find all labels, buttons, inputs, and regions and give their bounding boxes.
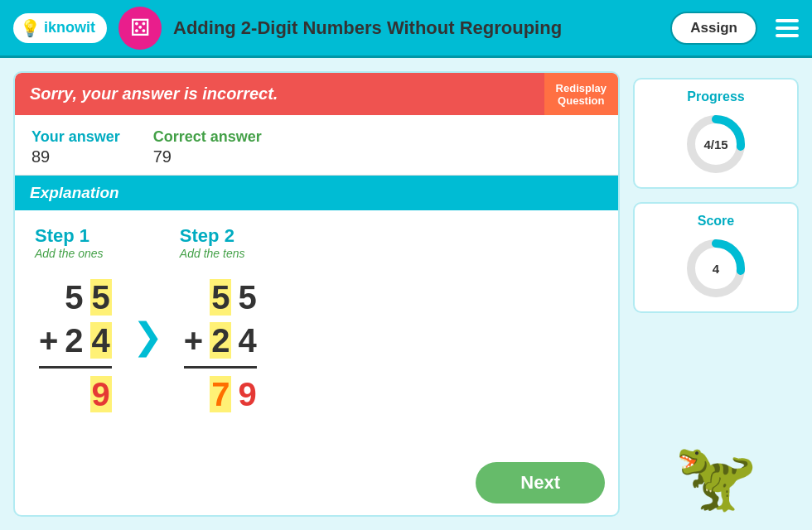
step2-bot-ones: 4 bbox=[235, 320, 259, 361]
menu-line-2 bbox=[776, 26, 799, 30]
step2-row2: + 2 4 bbox=[181, 320, 259, 361]
step1-bot-tens: 2 bbox=[62, 320, 85, 361]
right-panel: Progress 4/15 Score 4 🦖 bbox=[633, 71, 799, 517]
progress-label: 4/15 bbox=[703, 137, 727, 152]
step1-title: Step 1 bbox=[35, 225, 89, 247]
step1-result-tens-empty bbox=[62, 373, 85, 415]
incorrect-message: Sorry, your answer is incorrect. bbox=[15, 73, 544, 115]
answers-row: Your answer 89 Correct answer 79 bbox=[15, 115, 618, 176]
explanation-header: Explanation bbox=[15, 176, 618, 210]
step2-row1: 5 5 bbox=[181, 277, 259, 318]
step1-result-space bbox=[36, 373, 60, 415]
progress-box: Progress 4/15 bbox=[633, 78, 799, 189]
mascot-area: 🦖 bbox=[674, 326, 757, 517]
logo-bulb-icon: 💡 bbox=[20, 18, 41, 38]
chevron-right-icon: ❯ bbox=[133, 315, 163, 357]
step2-top-plus-space bbox=[181, 277, 205, 318]
page-title: Adding 2-Digit Numbers Without Regroupin… bbox=[173, 17, 659, 39]
step2-result-tens: 7 bbox=[207, 373, 234, 415]
score-box: Score 4 bbox=[633, 202, 799, 313]
question-panel: Sorry, your answer is incorrect. Redispl… bbox=[13, 71, 620, 517]
header: 💡 iknowit Adding 2-Digit Numbers Without… bbox=[0, 0, 812, 58]
assign-button[interactable]: Assign bbox=[670, 12, 757, 45]
correct-answer-label: Correct answer bbox=[153, 128, 262, 146]
incorrect-banner: Sorry, your answer is incorrect. Redispl… bbox=[15, 73, 618, 115]
step2-math: 5 5 + 2 4 7 9 bbox=[180, 275, 261, 417]
step1-row2: + 2 4 bbox=[36, 320, 114, 361]
progress-title: Progress bbox=[687, 89, 744, 104]
your-answer-value: 89 bbox=[31, 147, 120, 166]
redisplay-button[interactable]: RedisplayQuestion bbox=[544, 73, 618, 115]
step2-result-space bbox=[181, 373, 205, 415]
progress-donut: 4/15 bbox=[683, 111, 749, 177]
main-content: Sorry, your answer is incorrect. Redispl… bbox=[0, 58, 812, 530]
menu-line-1 bbox=[776, 19, 799, 22]
step1-result-ones: 9 bbox=[88, 373, 114, 415]
step2-title: Step 2 bbox=[180, 225, 234, 247]
score-title: Score bbox=[698, 214, 734, 229]
step1-plus: + bbox=[36, 320, 60, 361]
dice-icon bbox=[118, 7, 162, 50]
your-answer-label: Your answer bbox=[31, 128, 120, 146]
step1-subtitle: Add the ones bbox=[35, 247, 104, 260]
step1-result-row: 9 bbox=[36, 373, 114, 415]
steps-area: Step 1 Add the ones 5 5 + 2 4 bbox=[15, 210, 618, 454]
step2-divider bbox=[181, 363, 259, 372]
menu-button[interactable] bbox=[776, 19, 799, 37]
step2-result-ones: 9 bbox=[235, 373, 259, 415]
logo: 💡 iknowit bbox=[13, 13, 107, 43]
score-label: 4 bbox=[713, 262, 719, 276]
step1-math: 5 5 + 2 4 9 bbox=[35, 275, 116, 417]
step1-divider bbox=[36, 363, 114, 372]
next-button[interactable]: Next bbox=[476, 462, 605, 504]
your-answer-col: Your answer 89 bbox=[31, 128, 120, 166]
step1-top-ones: 5 bbox=[88, 277, 114, 318]
next-button-row: Next bbox=[15, 454, 618, 515]
menu-line-3 bbox=[776, 34, 799, 37]
step2-result-row: 7 9 bbox=[181, 373, 259, 415]
step1-ones-space bbox=[36, 277, 60, 318]
step1-row1: 5 5 bbox=[36, 277, 114, 318]
step2-top-tens: 5 bbox=[207, 277, 234, 318]
score-donut: 4 bbox=[683, 235, 749, 301]
step1-bot-ones: 4 bbox=[88, 320, 114, 361]
step2-block: Step 2 Add the tens 5 5 + 2 4 bbox=[180, 225, 261, 417]
step2-top-ones: 5 bbox=[235, 277, 259, 318]
mascot-image: 🦖 bbox=[674, 444, 757, 510]
step1-block: Step 1 Add the ones 5 5 + 2 4 bbox=[35, 225, 116, 417]
step1-top-tens: 5 bbox=[62, 277, 85, 318]
correct-answer-value: 79 bbox=[153, 147, 262, 166]
step2-subtitle: Add the tens bbox=[180, 247, 245, 260]
step2-plus: + bbox=[181, 320, 205, 361]
correct-answer-col: Correct answer 79 bbox=[153, 128, 262, 166]
step2-bot-tens: 2 bbox=[207, 320, 234, 361]
logo-text: iknowit bbox=[44, 19, 95, 36]
